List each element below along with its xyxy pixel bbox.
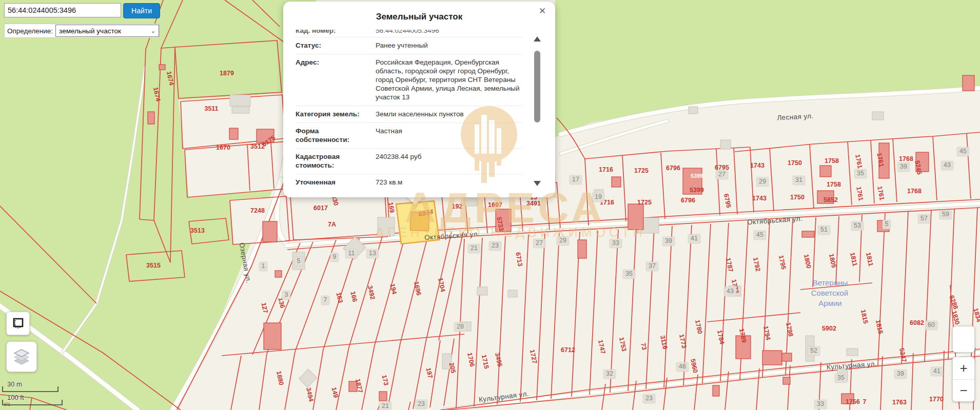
- parcel-label: 3515: [146, 262, 161, 269]
- house-number: 3: [285, 291, 288, 298]
- popup-row-label: Форма собственности:: [296, 127, 363, 144]
- house-number: 35: [837, 374, 845, 381]
- scale-metric-label: 30 m: [7, 380, 22, 388]
- zoom-out-button[interactable]: −: [953, 380, 974, 402]
- house-number: 41: [933, 367, 940, 375]
- parcel-label: 3511: [204, 105, 218, 112]
- search-bar: Найти: [4, 3, 160, 18]
- popup-row-label: Статус:: [296, 41, 363, 50]
- layers-button[interactable]: [6, 341, 37, 372]
- locate-button[interactable]: [952, 326, 975, 353]
- scroll-down-icon[interactable]: [534, 181, 541, 186]
- parcel-label: 5399: [690, 187, 704, 194]
- popup-row-value: Российская Федерация, Оренбургская облас…: [376, 58, 522, 101]
- house-number: 39: [900, 163, 907, 170]
- house-number: 35: [625, 270, 633, 277]
- zoom-control: + −: [952, 357, 975, 402]
- popup-row-label: Адрес:: [296, 58, 363, 101]
- parcel-info-popup: Земельный участок ✕ Кад. номер:56:44:024…: [283, 2, 555, 197]
- measure-area-button[interactable]: [6, 312, 30, 335]
- popup-row-label: Кадастровая стоимость:: [296, 152, 363, 170]
- house-number: 27: [718, 171, 726, 178]
- house-number: 1: [262, 262, 265, 270]
- popup-row: Кадастровая стоимость:240238.44 руб: [296, 148, 522, 174]
- house-number: 13: [369, 250, 376, 257]
- parcel-label: 6017: [313, 204, 328, 212]
- house-number: 19: [595, 193, 602, 200]
- parcel-label: 1768: [899, 155, 913, 162]
- house-number: 29: [559, 237, 566, 244]
- parcel-label: 5902: [822, 325, 836, 332]
- place-label: Ветераны: [813, 278, 848, 287]
- parcel-label: 1725: [637, 199, 652, 206]
- popup-row-label: Уточненная площадь:: [296, 178, 363, 190]
- close-icon[interactable]: ✕: [537, 6, 548, 17]
- definition-value: земельный участок: [59, 27, 121, 35]
- popup-row: Уточненная площадь:723 кв.м: [296, 174, 522, 190]
- scale-imperial-label: 100 ft: [7, 394, 24, 401]
- house-number: 23: [418, 400, 425, 407]
- popup-row: Статус:Ранее учтенный: [296, 37, 522, 54]
- parcel-label: 7: [863, 398, 867, 405]
- parcel-label: 1716: [599, 166, 613, 173]
- parcel-label: 1743: [752, 195, 767, 202]
- search-input[interactable]: [4, 3, 121, 17]
- house-number: 45: [959, 148, 967, 155]
- parcel-label: 1758: [827, 181, 841, 188]
- popup-row-value: 56:44:0244005:3496: [376, 30, 522, 37]
- parcel-label: 1743: [750, 162, 765, 169]
- parcel-label: 3513: [190, 227, 205, 234]
- parcel-label: 1670: [216, 144, 230, 151]
- measure-icon: [11, 317, 25, 330]
- house-number: 33: [612, 239, 619, 247]
- scroll-thumb[interactable]: [534, 51, 540, 122]
- place-label: Советской: [811, 289, 848, 297]
- house-number: 21: [471, 244, 478, 252]
- popup-scrollbar[interactable]: [534, 36, 541, 186]
- popup-row: Кад. номер:56:44:0244005:3496: [296, 30, 522, 37]
- house-number: 11: [348, 250, 355, 257]
- house-number: 23: [645, 395, 653, 402]
- house-number: 7: [324, 296, 327, 303]
- parcel-label: 1758: [825, 157, 839, 165]
- parcel-label: 7А: [328, 221, 336, 228]
- parcel-label: 192: [452, 203, 463, 210]
- house-number: 41: [691, 235, 698, 242]
- house-number: 43: [944, 161, 951, 169]
- place-label: Армии: [818, 299, 841, 308]
- definition-select[interactable]: земельный участок ⌄: [55, 25, 159, 37]
- chevron-down-icon: ⌄: [151, 28, 155, 34]
- parcel-label: 1697: [488, 201, 502, 209]
- house-number: 39: [665, 237, 672, 244]
- parcel-label: 5399: [691, 173, 703, 179]
- house-number: 52: [810, 347, 817, 354]
- house-number: 46: [679, 363, 686, 370]
- house-number: 33: [817, 400, 824, 407]
- parcel-label: 6082: [910, 319, 924, 326]
- parcel-label: 6796: [681, 197, 695, 204]
- house-number: 28: [457, 323, 464, 330]
- parcel-label: 5852: [824, 196, 838, 203]
- house-number: 59: [942, 211, 949, 218]
- house-number: 5: [297, 257, 301, 264]
- popup-row-label: Кад. номер:: [296, 30, 363, 37]
- house-number: 31: [795, 176, 802, 183]
- parcel-label: 1750: [790, 194, 805, 201]
- parcel-label: 1770: [929, 396, 944, 403]
- search-button[interactable]: Найти: [123, 3, 160, 18]
- house-number: 43: [727, 288, 734, 295]
- house-number: 60: [928, 321, 935, 329]
- scroll-up-icon[interactable]: [534, 36, 541, 42]
- popup-row-label: Категория земель:: [296, 110, 363, 118]
- parcel-label: 1725: [634, 167, 649, 174]
- zoom-in-button[interactable]: +: [953, 357, 974, 380]
- popup-row: Форма собственности:Частная: [296, 122, 522, 148]
- popup-row: Категория земель:Земли населенных пункто…: [296, 106, 522, 122]
- parcel-label: 3491: [526, 200, 541, 207]
- house-number: 21: [382, 402, 389, 409]
- house-number: 37: [649, 262, 656, 270]
- house-number: 29: [759, 178, 766, 185]
- parcel-label: 6796: [666, 165, 680, 172]
- house-number: 23: [492, 242, 499, 249]
- house-number: 9: [333, 253, 337, 260]
